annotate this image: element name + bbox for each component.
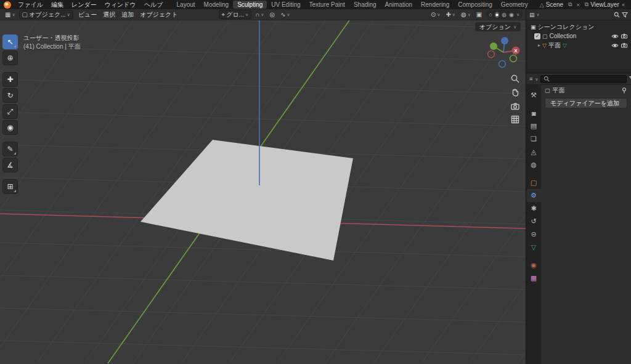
workspace-tab-rendering[interactable]: Rendering [417, 1, 454, 9]
properties-editor-icon[interactable]: ≡ [529, 76, 532, 82]
hide-eye-icon[interactable] [611, 43, 619, 48]
menu-select[interactable]: 選択 [100, 10, 118, 19]
mode-dropdown[interactable]: ▢ オブジェク... ∨ [19, 10, 73, 19]
plane-object-label: 平面 [548, 41, 561, 50]
filter-icon[interactable] [622, 12, 628, 18]
workspace-tab-texture-paint[interactable]: Texture Paint [305, 1, 349, 9]
tool-annotate[interactable]: ✎ [2, 142, 18, 156]
viewport-canvas[interactable] [0, 20, 526, 364]
hide-eye-icon[interactable] [611, 34, 619, 39]
render-visibility-camera-icon[interactable] [621, 42, 628, 48]
menu-help[interactable]: ヘルプ [140, 1, 167, 9]
navigation-gizmo[interactable]: X [484, 33, 523, 73]
properties-tab-material[interactable]: ◉ [526, 259, 541, 272]
new-scene-button[interactable]: ⧉ [567, 1, 573, 8]
collection-checkbox[interactable]: ✓ [534, 33, 540, 39]
properties-search-box[interactable] [540, 75, 627, 83]
properties-tab-world[interactable]: ◍ [526, 158, 541, 171]
gizmo-y-ball[interactable] [490, 42, 497, 50]
menu-edit[interactable]: 編集 [47, 1, 67, 9]
tool-transform[interactable]: ◉ [2, 120, 18, 135]
tool-move[interactable]: ✚ [2, 72, 18, 87]
perspective-toggle-button[interactable] [510, 115, 520, 124]
viewport-3d[interactable]: ユーザー・透視投影 (41) Collection | 平面 オプション ∨ ↖… [0, 20, 526, 364]
menu-object[interactable]: オブジェクト [137, 10, 181, 19]
properties-tab-data[interactable]: ▽ [526, 241, 541, 254]
shading-wireframe-button[interactable]: ○ [489, 12, 492, 18]
snap-toggle[interactable]: ∩ ∨ [253, 11, 266, 18]
outliner-row-scene-collection[interactable]: ▣ シーンコレクション [526, 22, 631, 31]
shading-rendered-button[interactable]: ◉ [509, 12, 514, 18]
xray-toggle[interactable]: ▣ [474, 11, 484, 18]
tool-scale[interactable]: ⤢ [2, 104, 18, 119]
workspace-tab-modeling[interactable]: Modeling [200, 1, 234, 9]
unlink-scene-button[interactable]: × [576, 2, 581, 8]
shading-material-button[interactable]: ◍ [502, 12, 507, 18]
workspace-tab-layout[interactable]: Layout [173, 1, 200, 9]
plane-object[interactable] [140, 140, 353, 261]
remove-view-layer-button[interactable]: × [621, 2, 625, 8]
properties-tab-object[interactable]: ▢ [526, 176, 541, 189]
workspace-tab-animation[interactable]: Animation [381, 1, 417, 9]
outliner-row-plane[interactable]: ▸ ▽ 平面 ▽ [526, 41, 631, 50]
tool-tweak-select[interactable]: ↖ [2, 34, 18, 49]
options-button[interactable]: オプション ∨ [475, 22, 521, 31]
properties-tab-view-layer[interactable]: ❏ [526, 132, 541, 145]
overlays-dropdown[interactable]: ◍ ∨ [459, 11, 473, 18]
outliner-row-collection[interactable]: ✓ ▢ Collection [526, 31, 631, 41]
proportional-edit-icon: ◎ [269, 11, 275, 18]
properties-tab-texture[interactable]: ▦ [526, 272, 541, 285]
axis-gizmo-icon: X [484, 33, 523, 72]
properties-tab-render[interactable]: ◙ [526, 107, 541, 119]
properties-tab-scene[interactable]: ◬ [526, 145, 541, 158]
outliner: ▤ ∨ ▣ シーンコレクション ✓ ▢ Collection [526, 9, 631, 73]
chevron-down-icon: ∨ [535, 77, 538, 81]
properties-search-input[interactable] [552, 76, 624, 82]
proportional-edit-toggle[interactable]: ◎ [267, 11, 277, 18]
menu-add[interactable]: 追加 [118, 10, 137, 19]
properties-tab-constraints[interactable]: ⊝ [526, 228, 541, 241]
gizmo-neg-z-ball[interactable] [499, 61, 506, 68]
gizmo-neg-y-ball[interactable] [510, 55, 517, 62]
menu-file[interactable]: ファイル [14, 1, 47, 9]
view-layer-selector[interactable]: ⧉ ViewLayer × [583, 1, 627, 8]
tool-rotate[interactable]: ↻ [2, 88, 18, 103]
workspace-tab-compositing[interactable]: Compositing [454, 1, 497, 9]
render-visibility-camera-icon[interactable] [621, 33, 628, 39]
scene-selector[interactable]: △ Scene [538, 1, 565, 8]
falloff-dropdown[interactable]: ∿ ∨ [279, 11, 292, 18]
workspace-tab-sculpting[interactable]: Sculpting [233, 1, 267, 9]
editor-3d-viewport-icon: ▦ [5, 11, 10, 18]
workspace-tab-uv-editing[interactable]: UV Editing [267, 1, 304, 9]
visibility-dropdown[interactable]: ⊙ ∨ [429, 11, 442, 18]
tool-cursor[interactable]: ⊕ [2, 51, 18, 65]
outliner-search-icon[interactable] [614, 12, 620, 18]
properties-tab-particles[interactable]: ✱ [526, 202, 541, 215]
shading-solid-button[interactable]: ● [495, 12, 499, 18]
gizmos-dropdown[interactable]: ✚ ∨ [444, 11, 457, 18]
zoom-button[interactable] [510, 74, 520, 84]
menu-render[interactable]: レンダー [68, 1, 100, 9]
camera-view-button[interactable] [510, 101, 520, 111]
workspace-tab-geometry[interactable]: Geometry [497, 1, 532, 9]
magnifier-icon [510, 74, 520, 84]
orientation-dropdown[interactable]: ⌖ グロ... ∨ [219, 10, 252, 19]
gizmo-z-ball[interactable] [501, 37, 508, 44]
expand-arrow-icon[interactable]: ▸ [538, 42, 540, 48]
properties-tab-tool[interactable]: ⚒ [526, 89, 541, 102]
properties-tab-physics[interactable]: ↺ [526, 215, 541, 228]
pin-icon[interactable] [621, 87, 627, 94]
add-modifier-button[interactable]: モディファイアーを追加 [545, 98, 627, 108]
tool-measure[interactable]: ∡ [2, 158, 18, 172]
outliner-editor-icon[interactable]: ▤ [529, 12, 535, 18]
properties-tab-modifiers[interactable]: ⚙ [526, 189, 541, 202]
menu-view[interactable]: ビュー [75, 10, 100, 19]
tool-add-cube[interactable]: ⊞ [2, 179, 18, 194]
blender-logo-icon[interactable] [4, 1, 11, 9]
gizmo-neg-x-ball[interactable] [488, 51, 495, 58]
menu-window[interactable]: ウィンドウ [101, 1, 140, 9]
pan-button[interactable] [510, 87, 520, 97]
properties-tab-output[interactable]: ▤ [526, 119, 541, 132]
workspace-tab-shading[interactable]: Shading [349, 1, 381, 9]
editor-type-button[interactable]: ▦ ∨ [3, 11, 17, 18]
